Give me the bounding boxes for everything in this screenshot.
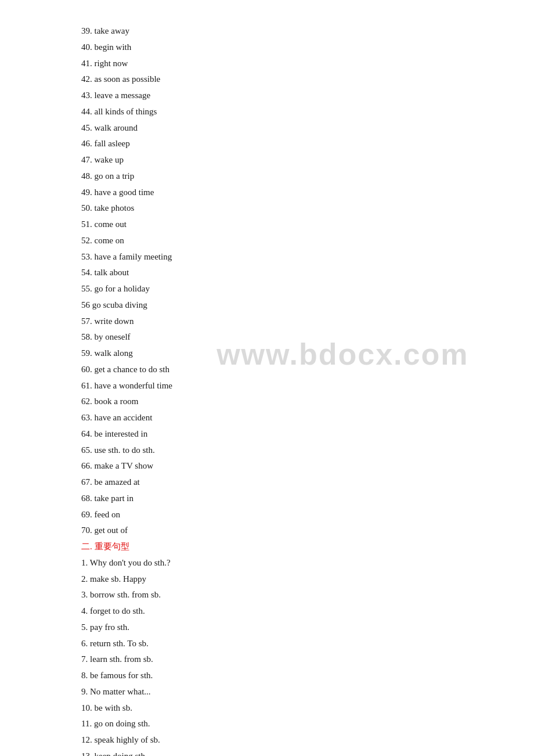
list-item: 47. wake up — [81, 152, 464, 168]
list-item: 55. go for a holiday — [81, 281, 464, 297]
list-item: 50. take photos — [81, 200, 464, 217]
list-item: 12. speak highly of sb. — [81, 732, 464, 748]
list-item: 43. leave a message — [81, 88, 464, 104]
list-item: 66. make a TV show — [81, 458, 464, 474]
list-item: 62. book a room — [81, 394, 464, 410]
list-item: 13. keep doing sth. — [81, 748, 464, 756]
list-item: 63. have an accident — [81, 410, 464, 426]
list-item: 2. make sb. Happy — [81, 571, 464, 588]
list-item: 56 go scuba diving — [81, 297, 464, 314]
section2-header: 二. 重要句型 — [81, 539, 464, 555]
list-item: 64. be interested in — [81, 426, 464, 442]
list-item: 3. borrow sth. from sb. — [81, 587, 464, 603]
list-item: 70. get out of — [81, 523, 464, 539]
list-item: 53. have a family meeting — [81, 249, 464, 265]
list-item: 1. Why don't you do sth.? — [81, 555, 464, 571]
list-item: 58. by oneself — [81, 329, 464, 345]
list-item: 57. write down — [81, 314, 464, 330]
list-item: 42. as soon as possible — [81, 71, 464, 88]
list-item: 48. go on a trip — [81, 168, 464, 185]
list-item: 10. be with sb. — [81, 700, 464, 717]
list-item: 51. come out — [81, 217, 464, 233]
page-container: www.bdocx.com 39. take away40. begin wit… — [0, 0, 534, 756]
list-item: 46. fall asleep — [81, 136, 464, 152]
list-item: 61. have a wonderful time — [81, 378, 464, 394]
list-item: 54. talk about — [81, 265, 464, 281]
list-item: 7. learn sth. from sb. — [81, 651, 464, 668]
items-list-part1: 39. take away40. begin with41. right now… — [81, 23, 464, 539]
list-item: 49. have a good time — [81, 185, 464, 201]
list-item: 4. forget to do sth. — [81, 603, 464, 620]
list-item: 5. pay fro sth. — [81, 620, 464, 636]
list-item: 11. go on doing sth. — [81, 716, 464, 732]
list-item: 44. all kinds of things — [81, 104, 464, 120]
list-item: 67. be amazed at — [81, 474, 464, 491]
list-item: 41. right now — [81, 56, 464, 72]
items-list-part2: 1. Why don't you do sth.?2. make sb. Hap… — [81, 555, 464, 756]
list-item: 65. use sth. to do sth. — [81, 442, 464, 459]
list-item: 59. walk along — [81, 345, 464, 362]
list-item: 39. take away — [81, 23, 464, 39]
list-item: 69. feed on — [81, 507, 464, 523]
list-item: 6. return sth. To sb. — [81, 636, 464, 652]
list-item: 68. take part in — [81, 491, 464, 507]
list-item: 40. begin with — [81, 39, 464, 56]
list-item: 52. come on — [81, 233, 464, 249]
list-item: 60. get a chance to do sth — [81, 362, 464, 378]
list-item: 45. walk around — [81, 120, 464, 136]
list-item: 9. No matter what... — [81, 684, 464, 700]
list-item: 8. be famous for sth. — [81, 668, 464, 684]
